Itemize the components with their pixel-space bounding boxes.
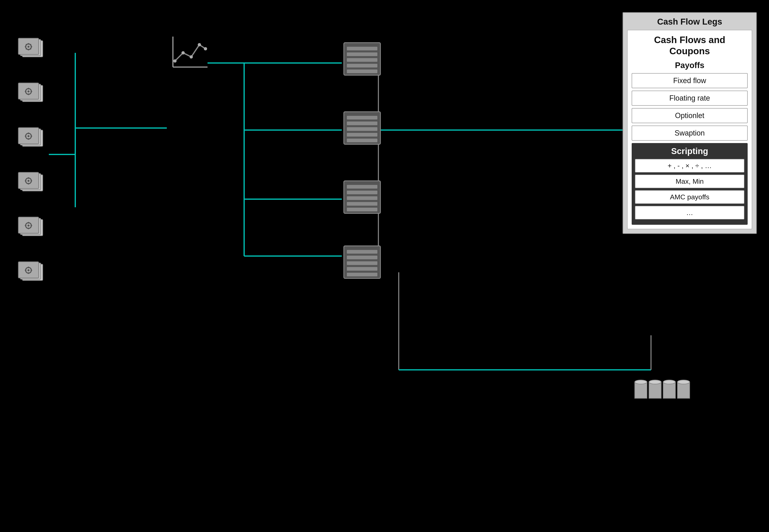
svg-point-75	[173, 59, 176, 63]
table-icon-4	[342, 244, 382, 280]
svg-rect-103	[347, 273, 377, 276]
payoff-swaption: Swaption	[632, 126, 748, 141]
svg-point-111	[678, 380, 690, 384]
svg-point-59	[27, 225, 29, 227]
svg-rect-84	[347, 64, 377, 67]
svg-point-78	[198, 43, 201, 46]
scripting-item-3: AMC payoffs	[635, 190, 744, 204]
doc-icon-5	[16, 215, 49, 240]
svg-rect-99	[347, 250, 377, 254]
table-icon-3	[342, 179, 382, 215]
doc-icon-3	[16, 126, 49, 150]
svg-point-41	[27, 135, 29, 137]
scripting-item-1: + , - , × , ÷ , …	[635, 159, 744, 173]
panel-section-title: Cash Flows andCoupons	[632, 34, 748, 57]
svg-point-110	[663, 380, 675, 384]
svg-rect-95	[347, 196, 377, 200]
svg-rect-85	[347, 69, 377, 73]
svg-rect-89	[347, 127, 377, 131]
svg-point-109	[649, 380, 661, 384]
panel-title: Cash Flow Legs	[627, 17, 752, 27]
cash-flow-panel: Cash Flow Legs Cash Flows andCoupons Pay…	[623, 12, 757, 234]
svg-point-79	[204, 47, 207, 50]
svg-rect-96	[347, 202, 377, 206]
doc-icon-2	[16, 81, 49, 106]
payoff-floating-rate: Floating rate	[632, 91, 748, 106]
svg-point-76	[181, 51, 185, 54]
svg-rect-83	[347, 58, 377, 62]
payoffs-title: Payoffs	[632, 61, 748, 70]
svg-point-19	[27, 46, 29, 48]
scripting-title: Scripting	[635, 146, 744, 156]
doc-icon-6	[16, 260, 49, 284]
svg-rect-106	[663, 382, 675, 398]
svg-rect-90	[347, 133, 377, 137]
svg-rect-100	[347, 256, 377, 259]
payoff-fixed-flow: Fixed flow	[632, 73, 748, 88]
svg-rect-93	[347, 185, 377, 189]
scripting-section: Scripting + , - , × , ÷ , … Max, Min AMC…	[632, 143, 748, 225]
table-icon-1	[342, 41, 382, 77]
svg-rect-102	[347, 267, 377, 271]
svg-rect-105	[649, 382, 661, 398]
table-icon-2	[342, 110, 382, 146]
svg-rect-91	[347, 139, 377, 142]
doc-icon-1	[16, 37, 49, 61]
svg-point-32	[27, 90, 29, 92]
scripting-item-2: Max, Min	[635, 175, 744, 188]
scripting-item-4: …	[635, 206, 744, 219]
chart-icon	[167, 33, 212, 73]
svg-rect-97	[347, 208, 377, 211]
svg-point-108	[635, 380, 647, 384]
svg-rect-87	[347, 116, 377, 119]
svg-rect-107	[678, 382, 690, 398]
svg-point-68	[27, 269, 29, 271]
database-icon	[631, 370, 696, 406]
svg-rect-81	[347, 47, 377, 50]
svg-rect-88	[347, 122, 377, 125]
svg-rect-101	[347, 261, 377, 265]
svg-rect-82	[347, 52, 377, 56]
svg-point-77	[189, 55, 193, 59]
svg-rect-94	[347, 191, 377, 194]
svg-point-50	[27, 180, 29, 182]
svg-rect-104	[635, 382, 647, 398]
doc-icon-4	[16, 171, 49, 195]
payoff-optionlet: Optionlet	[632, 108, 748, 123]
